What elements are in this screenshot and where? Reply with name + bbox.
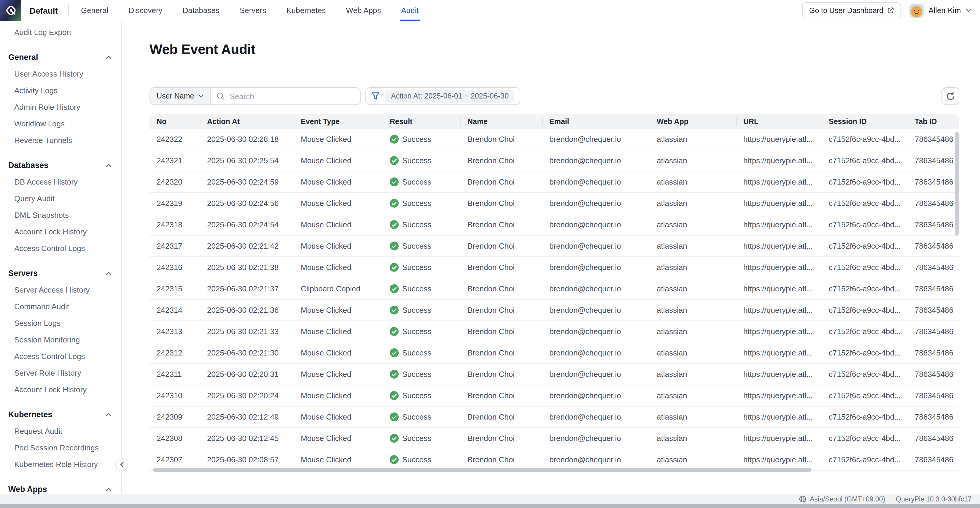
table-row[interactable]: 242308 2025-06-30 02:12:45 Mouse Clicked bbox=[150, 428, 959, 449]
column-header[interactable]: URL bbox=[736, 114, 822, 129]
column-header[interactable]: Tab ID bbox=[908, 114, 959, 129]
success-check-icon bbox=[390, 156, 399, 165]
nav-right: Go to User Dashboard Allen Kim bbox=[802, 2, 980, 18]
cell-no: 242312 bbox=[150, 348, 200, 357]
filter-icon[interactable] bbox=[371, 92, 380, 100]
success-check-icon bbox=[390, 306, 399, 315]
sidebar-item[interactable]: Account Lock History bbox=[0, 223, 121, 240]
column-header[interactable]: Web App bbox=[649, 114, 736, 129]
vertical-scrollbar[interactable] bbox=[955, 132, 959, 236]
column-header[interactable]: Event Type bbox=[294, 114, 383, 129]
sidebar-section-header[interactable]: Databases bbox=[0, 157, 121, 173]
user-menu[interactable]: Allen Kim bbox=[909, 3, 972, 18]
nav-item[interactable]: Discovery bbox=[127, 0, 164, 21]
nav-item-label: Databases bbox=[183, 6, 220, 15]
sidebar-item[interactable]: Pod Session Recordings bbox=[0, 439, 121, 456]
table-row[interactable]: 242316 2025-06-30 02:21:38 Mouse Clicked bbox=[150, 257, 959, 278]
horizontal-scrollbar[interactable] bbox=[153, 468, 811, 472]
search-field-selector[interactable]: User Name bbox=[150, 88, 211, 104]
sidebar-item-audit-log-export[interactable]: Audit Log Export bbox=[0, 24, 121, 40]
success-check-icon bbox=[390, 392, 399, 400]
table-row[interactable]: 242315 2025-06-30 02:21:37 Clipboard Cop… bbox=[150, 278, 959, 300]
column-header[interactable]: Result bbox=[383, 114, 460, 129]
go-to-user-dashboard-button[interactable]: Go to User Dashboard bbox=[802, 2, 901, 18]
table-row[interactable]: 242317 2025-06-30 02:21:42 Mouse Clicked bbox=[150, 236, 959, 257]
success-check-icon bbox=[390, 434, 399, 443]
sidebar-item[interactable]: Server Access History bbox=[0, 281, 121, 298]
date-range-chip[interactable]: Action At: 2025-06-01 ~ 2025-06-30 bbox=[385, 89, 515, 103]
sidebar-section-header[interactable]: General bbox=[0, 49, 121, 65]
cell-tab-id: 786345486 bbox=[908, 242, 959, 250]
cell-action-at: 2025-06-30 02:12:49 bbox=[200, 412, 294, 421]
nav-item[interactable]: Servers bbox=[239, 0, 267, 21]
table-row[interactable]: 242318 2025-06-30 02:24:54 Mouse Clicked bbox=[150, 214, 959, 236]
column-header[interactable]: No bbox=[150, 114, 200, 129]
sidebar-item[interactable]: Kubernetes Role History bbox=[0, 456, 121, 472]
sidebar-item[interactable]: Reverse Tunnels bbox=[0, 132, 121, 148]
sidebar-item[interactable]: Workflow Logs bbox=[0, 115, 121, 132]
sidebar-item[interactable]: Session Logs bbox=[0, 315, 121, 331]
nav-item[interactable]: Kubernetes bbox=[285, 0, 327, 21]
table-row[interactable]: 242319 2025-06-30 02:24:56 Mouse Clicked bbox=[150, 193, 959, 214]
search-icon bbox=[216, 92, 225, 100]
nav-item[interactable]: Audit bbox=[400, 0, 420, 21]
sidebar-item[interactable]: User Access History bbox=[0, 65, 121, 82]
column-header[interactable]: Action At bbox=[200, 114, 294, 129]
cell-tab-id: 786345486 bbox=[908, 263, 959, 272]
sidebar-section-header[interactable]: Servers bbox=[0, 265, 121, 281]
chevron-up-icon bbox=[106, 271, 111, 275]
table-row[interactable]: 242320 2025-06-30 02:24:59 Mouse Clicked bbox=[150, 172, 959, 193]
status-badge: Success bbox=[390, 349, 431, 358]
sidebar-item[interactable]: Query Audit bbox=[0, 190, 121, 207]
sidebar-item[interactable]: Server Role History bbox=[0, 365, 121, 381]
table-row[interactable]: 242311 2025-06-30 02:20:31 Mouse Clicked bbox=[150, 364, 959, 385]
sidebar-item[interactable]: Admin Role History bbox=[0, 99, 121, 115]
workspace-name[interactable]: Default bbox=[30, 6, 58, 15]
cell-web-app: atlassian bbox=[649, 455, 736, 464]
column-header[interactable]: Session ID bbox=[822, 114, 908, 129]
table-row[interactable]: 242312 2025-06-30 02:21:30 Mouse Clicked bbox=[150, 342, 959, 364]
cell-web-app: atlassian bbox=[649, 327, 736, 336]
sidebar-section-header[interactable]: Kubernetes bbox=[0, 406, 121, 422]
cell-session-id: c7152f6c-a9cc-4bd... bbox=[822, 177, 908, 186]
status-label: Success bbox=[402, 413, 431, 422]
table-row[interactable]: 242314 2025-06-30 02:21:36 Mouse Clicked bbox=[150, 300, 959, 321]
nav-item[interactable]: Databases bbox=[181, 0, 221, 21]
search-input[interactable] bbox=[229, 92, 354, 100]
cell-result: Success bbox=[383, 284, 460, 293]
cell-email: brendon@chequer.io bbox=[542, 391, 649, 400]
sidebar-item[interactable]: Command Audit bbox=[0, 298, 121, 315]
sidebar-item[interactable]: Access Control Logs bbox=[0, 240, 121, 256]
timezone-label: Asia/Seoul (GMT+09:00) bbox=[810, 495, 885, 503]
cell-session-id: c7152f6c-a9cc-4bd... bbox=[822, 199, 908, 208]
sidebar-item[interactable]: DML Snapshots bbox=[0, 207, 121, 223]
table-row[interactable]: 242313 2025-06-30 02:21:33 Mouse Clicked bbox=[150, 321, 959, 342]
column-header[interactable]: Email bbox=[542, 114, 649, 129]
nav-item[interactable]: Web Apps bbox=[345, 0, 382, 21]
cell-action-at: 2025-06-30 02:28:18 bbox=[200, 135, 294, 143]
table-row[interactable]: 242310 2025-06-30 02:20:24 Mouse Clicked bbox=[150, 385, 959, 406]
querypie-logo[interactable] bbox=[0, 0, 21, 21]
sidebar-item[interactable]: Account Lock History bbox=[0, 381, 121, 398]
column-header[interactable]: Name bbox=[460, 114, 542, 129]
status-label: Success bbox=[402, 285, 431, 293]
sidebar-item[interactable]: DB Access History bbox=[0, 173, 121, 190]
table-row[interactable]: 242322 2025-06-30 02:28:18 Mouse Clicked bbox=[150, 129, 959, 150]
cell-tab-id: 786345486 bbox=[908, 455, 959, 464]
sidebar-section-header[interactable]: Web Apps bbox=[0, 481, 121, 494]
cell-web-app: atlassian bbox=[649, 263, 736, 272]
sidebar-item[interactable]: Session Monitoring bbox=[0, 331, 121, 348]
nav-item[interactable]: General bbox=[80, 0, 110, 21]
refresh-button[interactable] bbox=[942, 87, 959, 105]
cell-email: brendon@chequer.io bbox=[542, 412, 649, 421]
sidebar-item[interactable]: Access Control Logs bbox=[0, 348, 121, 365]
sidebar-item[interactable]: Activity Logs bbox=[0, 82, 121, 99]
sidebar-collapse-button[interactable] bbox=[115, 458, 128, 471]
table-row[interactable]: 242309 2025-06-30 02:12:49 Mouse Clicked bbox=[150, 406, 959, 428]
cell-name: Brendon Choi bbox=[460, 370, 542, 379]
sidebar-item[interactable]: Request Audit bbox=[0, 422, 121, 439]
status-label: Success bbox=[402, 434, 431, 443]
cell-web-app: atlassian bbox=[649, 412, 736, 421]
table-row[interactable]: 242321 2025-06-30 02:25:54 Mouse Clicked bbox=[150, 150, 959, 172]
cell-name: Brendon Choi bbox=[460, 434, 542, 443]
